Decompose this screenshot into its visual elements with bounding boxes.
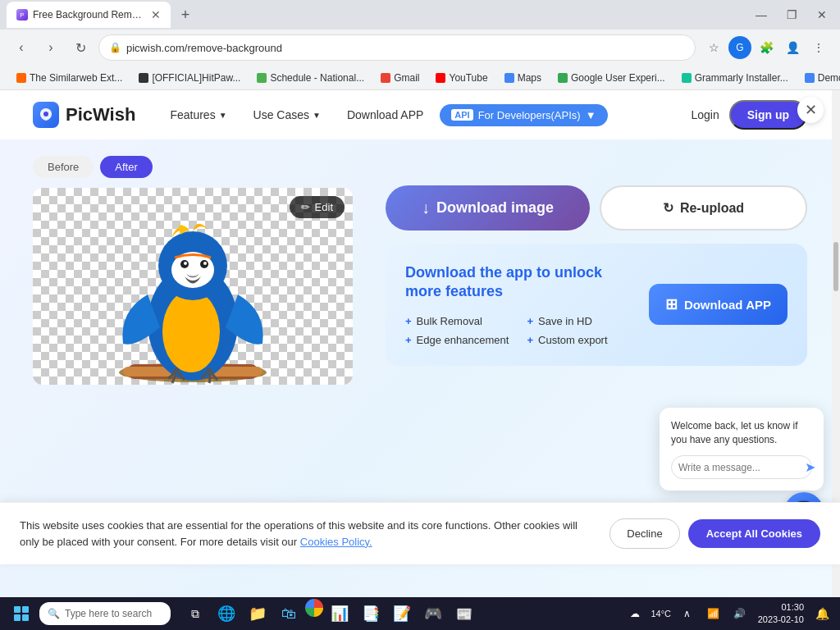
reload-button[interactable]: ↻ xyxy=(69,36,92,59)
cookie-banner: This website uses cookies that are essen… xyxy=(0,502,840,564)
picwish-navbar: PicWish Features ▼ Use Cases ▼ Download … xyxy=(0,90,840,139)
browser-toolbar: ‹ › ↻ 🔒 picwish.com/remove-background ☆ … xyxy=(0,30,840,66)
clock-date: 2023-02-10 xyxy=(758,614,804,626)
bookmark-youtube[interactable]: YouTube xyxy=(429,71,494,85)
lock-icon: 🔒 xyxy=(109,42,121,53)
svg-point-5 xyxy=(162,290,220,372)
reupload-button[interactable]: ↻ Re-upload xyxy=(600,185,807,231)
window-controls: — ❐ ✕ xyxy=(749,7,833,23)
bookmark-similarweb[interactable]: The Similarweb Ext... xyxy=(10,71,129,85)
scrollbar-thumb[interactable] xyxy=(833,242,838,291)
logo-text: PicWish xyxy=(66,104,135,126)
action-buttons: ↓ Download image ↻ Re-upload xyxy=(386,185,807,231)
svg-point-0 xyxy=(43,112,48,116)
download-icon: ↓ xyxy=(422,199,430,217)
address-bar[interactable]: 🔒 picwish.com/remove-background xyxy=(98,34,696,61)
svg-point-12 xyxy=(184,262,187,265)
start-button[interactable] xyxy=(7,599,36,628)
bookmark-icon xyxy=(257,73,267,83)
nav-for-developers[interactable]: API For Developers(APIs) ▼ xyxy=(440,104,607,126)
maximize-button[interactable]: ❐ xyxy=(780,7,804,23)
taskbar: 🔍 Type here to search ⧉ 🌐 📁 🛍 📊 📑 📝 🎮 📰 … xyxy=(0,597,840,630)
menu-button[interactable]: ⋮ xyxy=(807,36,830,59)
extensions-button[interactable]: 🧩 xyxy=(755,36,778,59)
chat-send-button[interactable]: ➤ xyxy=(805,459,815,475)
bookmark-maps[interactable]: Maps xyxy=(498,71,548,85)
close-tab-button[interactable]: ✕ xyxy=(151,8,161,21)
dev-arrow-icon: ▼ xyxy=(586,109,596,121)
feature-plus-icon: + xyxy=(405,315,412,327)
back-button[interactable]: ‹ xyxy=(10,36,33,59)
taskbar-right: ☁ 14°C ∧ 📶 🔊 01:30 2023-02-10 🔔 xyxy=(623,601,833,627)
bookmark-hitpaw[interactable]: [OFFICIAL]HitPaw... xyxy=(132,71,247,85)
volume-icon[interactable]: 🔊 xyxy=(728,602,751,625)
bookmark-google-ux[interactable]: Google User Experi... xyxy=(551,71,672,85)
powerpoint-icon[interactable]: 📑 xyxy=(356,599,386,628)
file-explorer-icon[interactable]: 📁 xyxy=(243,599,272,628)
close-window-button[interactable]: ✕ xyxy=(810,7,833,23)
download-image-button[interactable]: ↓ Download image xyxy=(386,185,590,231)
nav-download-app[interactable]: Download APP xyxy=(337,103,433,126)
accept-all-cookies-button[interactable]: Accept All Cookies xyxy=(688,519,820,548)
profile-avatar-button[interactable]: 👤 xyxy=(781,36,804,59)
address-text: picwish.com/remove-background xyxy=(126,42,685,54)
bookmark-grammarly[interactable]: Grammarly Installer... xyxy=(675,71,795,85)
bookmark-icon xyxy=(805,73,815,83)
chat-input[interactable] xyxy=(678,462,801,473)
news-icon[interactable]: 📰 xyxy=(450,599,479,628)
site-content: PicWish Features ▼ Use Cases ▼ Download … xyxy=(0,90,840,597)
download-app-button[interactable]: ⊞ Download APP xyxy=(649,284,788,325)
bookmark-icon xyxy=(16,73,26,83)
before-tab[interactable]: Before xyxy=(33,156,94,178)
cookie-text: This website uses cookies that are essen… xyxy=(20,518,593,550)
game-icon[interactable]: 🎮 xyxy=(418,599,448,628)
active-tab[interactable]: P Free Background Remover: Rem... ✕ xyxy=(7,2,171,28)
api-badge: API xyxy=(451,109,472,121)
feature-plus-icon: + xyxy=(527,315,533,327)
store-icon[interactable]: 🛍 xyxy=(274,599,304,628)
clock-time: 01:30 xyxy=(758,601,804,614)
browser-tabs-bar: P Free Background Remover: Rem... ✕ + — … xyxy=(0,0,840,30)
after-tab[interactable]: After xyxy=(100,156,152,178)
bookmark-icon xyxy=(504,73,514,83)
signup-button[interactable]: Sign up xyxy=(729,100,807,130)
login-button[interactable]: Login xyxy=(691,108,719,121)
taskbar-search[interactable]: 🔍 Type here to search xyxy=(39,602,171,625)
bookmark-gmail[interactable]: Gmail xyxy=(374,71,426,85)
feature-bulk-removal: + Bulk Removal xyxy=(405,315,510,327)
bookmark-star-button[interactable]: ☆ xyxy=(702,36,725,59)
nav-use-cases[interactable]: Use Cases ▼ xyxy=(244,103,331,126)
windows-logo-icon xyxy=(14,606,29,621)
forward-button[interactable]: › xyxy=(39,36,62,59)
wifi-icon[interactable]: 📶 xyxy=(702,602,725,625)
excel-icon[interactable]: 📊 xyxy=(325,599,354,628)
chat-message: Welcome back, let us know if you have an… xyxy=(671,419,812,447)
edge-browser-icon[interactable]: 🌐 xyxy=(212,599,241,628)
feature-plus-icon: + xyxy=(527,334,533,346)
reupload-icon: ↻ xyxy=(663,200,673,216)
decline-button[interactable]: Decline xyxy=(609,518,679,549)
show-hidden-button[interactable]: ∧ xyxy=(676,602,699,625)
bookmark-schedule[interactable]: Schedule - National... xyxy=(250,71,371,85)
feature-save-hd: + Save in HD xyxy=(527,315,632,327)
minimize-button[interactable]: — xyxy=(749,7,774,23)
profile-button[interactable]: G xyxy=(728,36,751,59)
cookies-policy-link[interactable]: Cookies Policy. xyxy=(300,536,372,548)
bookmark-demo-doc[interactable]: Demo document -... xyxy=(798,71,840,85)
picwish-logo[interactable]: PicWish xyxy=(33,102,135,128)
edit-button[interactable]: ✏ Edit xyxy=(290,196,345,218)
parrot-svg xyxy=(103,196,283,385)
toolbar-icons: ☆ G 🧩 👤 ⋮ xyxy=(702,36,830,59)
chrome-icon[interactable] xyxy=(305,599,323,617)
system-clock[interactable]: 01:30 2023-02-10 xyxy=(758,601,804,627)
bookmark-icon xyxy=(139,73,148,83)
new-tab-button[interactable]: + xyxy=(174,3,197,26)
weather-icon[interactable]: ☁ xyxy=(623,602,646,625)
notification-button[interactable]: 🔔 xyxy=(810,602,833,625)
close-overlay-button[interactable]: ✕ xyxy=(797,97,824,123)
task-view-button[interactable]: ⧉ xyxy=(180,599,210,628)
word-icon[interactable]: 📝 xyxy=(387,599,417,628)
nav-features[interactable]: Features ▼ xyxy=(160,103,236,126)
bookmark-icon xyxy=(436,73,445,83)
tab-title: Free Background Remover: Rem... xyxy=(33,9,146,21)
